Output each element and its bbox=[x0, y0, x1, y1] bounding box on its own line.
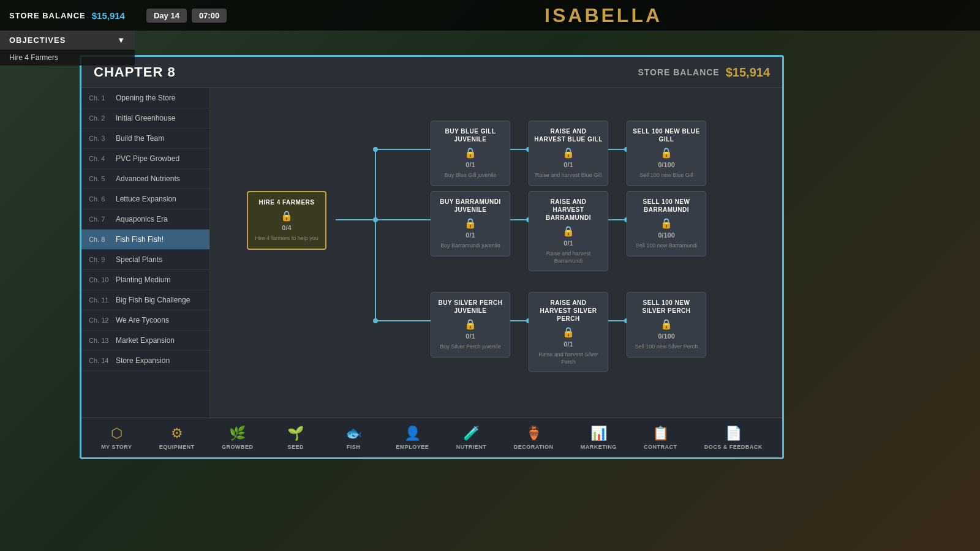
sidebar-ch-13: Ch. 14 bbox=[89, 357, 112, 364]
store-balance-top: STORE BALANCE $15,914 bbox=[0, 10, 134, 21]
nav-item-decoration[interactable]: 🏺 DECORATION bbox=[508, 422, 560, 454]
sell-silverperch-progress: 0/100 bbox=[632, 332, 701, 340]
nav-item-marketing[interactable]: 📊 MARKETING bbox=[575, 422, 623, 454]
sidebar-ch-12: Ch. 13 bbox=[89, 337, 112, 344]
sidebar-item-12[interactable]: Ch. 13 Market Expansion bbox=[81, 331, 209, 351]
raise-silverperch-title: RAISE AND HARVEST SILVER PERCH bbox=[534, 299, 603, 323]
sidebar-name-2: Build the Team bbox=[116, 134, 164, 143]
nav-label-1: EQUIPMENT bbox=[159, 444, 195, 450]
buy-barramundi-progress: 0/1 bbox=[436, 231, 505, 239]
nav-item-employee[interactable]: 👤 EMPLOYEE bbox=[390, 422, 435, 454]
buy-barramundi-node[interactable]: BUY BARRAMUNDI JUVENILE 🔒 0/1 Buy Barram… bbox=[431, 191, 510, 257]
nav-item-seed[interactable]: 🌱 SEED bbox=[274, 422, 317, 454]
buy-silverperch-progress: 0/1 bbox=[436, 332, 505, 340]
sidebar-item-9[interactable]: Ch. 10 Planting Medium bbox=[81, 270, 209, 290]
sell-barramundi-node[interactable]: SELL 100 NEW BARRAMUNDI 🔒 0/100 Sell 100… bbox=[627, 191, 706, 257]
objectives-content: Hire 4 Farmers bbox=[0, 50, 135, 66]
panel-store-value: $15,914 bbox=[726, 66, 770, 80]
sidebar-item-10[interactable]: Ch. 11 Big Fish Big Challenge bbox=[81, 290, 209, 310]
nav-icon-9: 📋 bbox=[652, 425, 669, 441]
raise-silverperch-progress: 0/1 bbox=[534, 340, 603, 348]
sidebar-name-9: Planting Medium bbox=[116, 276, 170, 284]
sidebar-name-6: Aquaponics Era bbox=[116, 215, 168, 223]
nav-icon-8: 📊 bbox=[590, 425, 607, 441]
sidebar-ch-4: Ch. 5 bbox=[89, 175, 112, 182]
sidebar-name-4: Advanced Nutrients bbox=[116, 174, 180, 183]
buy-silverperch-title: BUY SILVER PERCH JUVENILE bbox=[436, 299, 505, 315]
buy-bluegill-title: BUY BLUE GILL JUVENILE bbox=[436, 127, 505, 143]
raise-barramundi-desc: Raise and harvest Barramundi bbox=[534, 250, 603, 264]
sidebar-name-5: Lettuce Expansion bbox=[116, 195, 176, 203]
sidebar-ch-8: Ch. 9 bbox=[89, 256, 112, 263]
buy-barramundi-lock: 🔒 bbox=[436, 217, 505, 229]
sidebar-ch-3: Ch. 4 bbox=[89, 155, 112, 162]
panel-header: CHAPTER 8 STORE BALANCE $15,914 bbox=[81, 57, 782, 88]
nav-icon-10: 📄 bbox=[725, 425, 742, 441]
nav-icon-5: 👤 bbox=[404, 425, 421, 441]
bottom-nav: ⬡ MY STORY ⚙ EQUIPMENT 🌿 GROWBED 🌱 SEED … bbox=[81, 418, 782, 457]
panel-store-balance: STORE BALANCE $15,914 bbox=[638, 66, 770, 80]
raise-bluegill-lock: 🔒 bbox=[534, 147, 603, 159]
sidebar-ch-2: Ch. 3 bbox=[89, 135, 112, 142]
raise-bluegill-desc: Raise and harvest Blue Gill bbox=[534, 172, 603, 179]
objectives-label: OBJECTIVES bbox=[9, 36, 66, 45]
sidebar-item-8[interactable]: Ch. 9 Special Plants bbox=[81, 250, 209, 270]
hire-farmers-node[interactable]: HIRE 4 FARMERS 🔒 0/4 Hire 4 farmers to h… bbox=[247, 191, 326, 250]
current-objective: Hire 4 Farmers bbox=[9, 53, 58, 62]
hire-desc: Hire 4 farmers to help you bbox=[253, 235, 320, 242]
buy-silverperch-node[interactable]: BUY SILVER PERCH JUVENILE 🔒 0/1 Buy Silv… bbox=[431, 292, 510, 358]
sidebar-item-7[interactable]: Ch. 8 Fish Fish Fish! bbox=[81, 230, 209, 250]
nav-label-5: EMPLOYEE bbox=[396, 444, 429, 450]
sidebar-item-3[interactable]: Ch. 4 PVC Pipe Growbed bbox=[81, 149, 209, 169]
buy-bluegill-lock: 🔒 bbox=[436, 147, 505, 159]
raise-barramundi-node[interactable]: RAISE AND HARVEST BARRAMUNDI 🔒 0/1 Raise… bbox=[529, 191, 608, 271]
nav-icon-6: 🧪 bbox=[463, 425, 480, 441]
sidebar-item-0[interactable]: Ch. 1 Opening the Store bbox=[81, 88, 209, 108]
nav-item-equipment[interactable]: ⚙ EQUIPMENT bbox=[153, 422, 201, 454]
sidebar-item-11[interactable]: Ch. 12 We Are Tycoons bbox=[81, 310, 209, 331]
nav-item-nutrient[interactable]: 🧪 NUTRIENT bbox=[450, 422, 493, 454]
content-area: HIRE 4 FARMERS 🔒 0/4 Hire 4 farmers to h… bbox=[210, 88, 782, 418]
nav-item-my-story[interactable]: ⬡ MY STORY bbox=[95, 422, 138, 454]
hire-title: HIRE 4 FARMERS bbox=[253, 198, 320, 206]
sidebar-item-5[interactable]: Ch. 6 Lettuce Expansion bbox=[81, 189, 209, 209]
sell-bluegill-node[interactable]: SELL 100 NEW BLUE GILL 🔒 0/100 Sell 100 … bbox=[627, 121, 706, 186]
raise-silverperch-desc: Raise and harvest Silver Perch bbox=[534, 351, 603, 365]
raise-bluegill-title: RAISE AND HARVEST BLUE GILL bbox=[534, 127, 603, 143]
sidebar-name-1: Initial Greenhouse bbox=[116, 114, 175, 122]
svg-point-13 bbox=[373, 217, 378, 222]
sidebar-item-2[interactable]: Ch. 3 Build the Team bbox=[81, 129, 209, 149]
nav-icon-4: 🐟 bbox=[345, 425, 362, 441]
sidebar-ch-6: Ch. 7 bbox=[89, 216, 112, 223]
hire-lock-icon: 🔒 bbox=[253, 210, 320, 222]
nav-item-docs-&-feedback[interactable]: 📄 DOCS & FEEDBACK bbox=[698, 422, 769, 454]
sidebar-item-4[interactable]: Ch. 5 Advanced Nutrients bbox=[81, 169, 209, 189]
raise-barramundi-lock: 🔒 bbox=[534, 225, 603, 237]
sell-bluegill-progress: 0/100 bbox=[632, 161, 701, 168]
sell-silverperch-desc: Sell 100 new Silver Perch bbox=[632, 343, 701, 351]
raise-silverperch-lock: 🔒 bbox=[534, 326, 603, 338]
sidebar-ch-1: Ch. 2 bbox=[89, 114, 112, 122]
buy-bluegill-node[interactable]: BUY BLUE GILL JUVENILE 🔒 0/1 Buy Blue Gi… bbox=[431, 121, 510, 186]
sidebar-name-13: Store Expansion bbox=[116, 356, 170, 365]
nav-item-growbed[interactable]: 🌿 GROWBED bbox=[216, 422, 260, 454]
raise-silverperch-node[interactable]: RAISE AND HARVEST SILVER PERCH 🔒 0/1 Rai… bbox=[529, 292, 608, 372]
nav-label-7: DECORATION bbox=[514, 444, 554, 450]
nav-item-fish[interactable]: 🐟 FISH bbox=[332, 422, 375, 454]
nav-item-contract[interactable]: 📋 CONTRACT bbox=[638, 422, 684, 454]
raise-bluegill-node[interactable]: RAISE AND HARVEST BLUE GILL 🔒 0/1 Raise … bbox=[529, 121, 608, 186]
nav-icon-3: 🌱 bbox=[287, 425, 304, 441]
sidebar-name-0: Opening the Store bbox=[116, 94, 175, 102]
sell-bluegill-title: SELL 100 NEW BLUE GILL bbox=[632, 127, 701, 143]
sidebar-item-13[interactable]: Ch. 14 Store Expansion bbox=[81, 351, 209, 371]
sidebar-name-7: Fish Fish Fish! bbox=[116, 235, 164, 244]
sidebar-item-1[interactable]: Ch. 2 Initial Greenhouse bbox=[81, 108, 209, 129]
sidebar-item-6[interactable]: Ch. 7 Aquaponics Era bbox=[81, 209, 209, 230]
svg-point-12 bbox=[373, 147, 378, 152]
sell-bluegill-desc: Sell 100 new Blue Gill bbox=[632, 172, 701, 179]
objectives-header[interactable]: OBJECTIVES ▼ bbox=[0, 31, 135, 50]
buy-barramundi-title: BUY BARRAMUNDI JUVENILE bbox=[436, 198, 505, 214]
sell-silverperch-node[interactable]: SELL 100 NEW SILVER PERCH 🔒 0/100 Sell 1… bbox=[627, 292, 706, 358]
raise-barramundi-progress: 0/1 bbox=[534, 239, 603, 247]
sidebar-name-11: We Are Tycoons bbox=[116, 316, 169, 324]
